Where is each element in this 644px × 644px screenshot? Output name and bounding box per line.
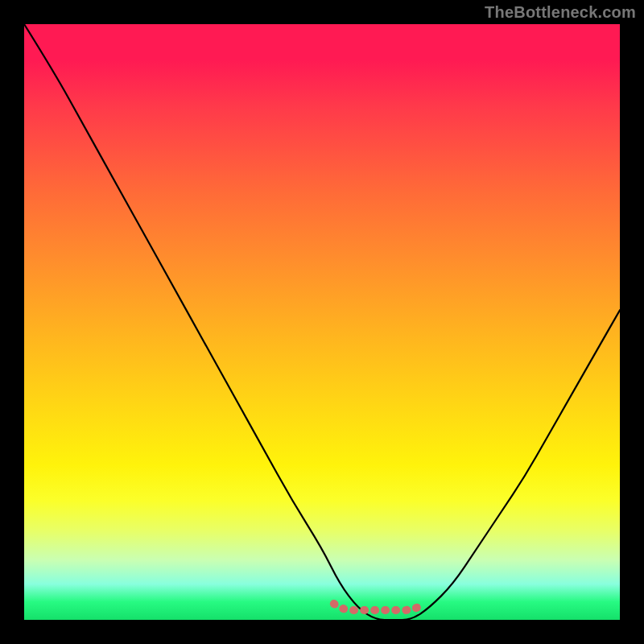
curve-svg: [24, 24, 620, 620]
chart-frame: TheBottleneck.com: [0, 0, 644, 644]
bottleneck-curve: [24, 24, 620, 620]
plot-area: [24, 24, 620, 620]
watermark-label: TheBottleneck.com: [485, 3, 636, 22]
trough-highlight: [334, 604, 423, 610]
